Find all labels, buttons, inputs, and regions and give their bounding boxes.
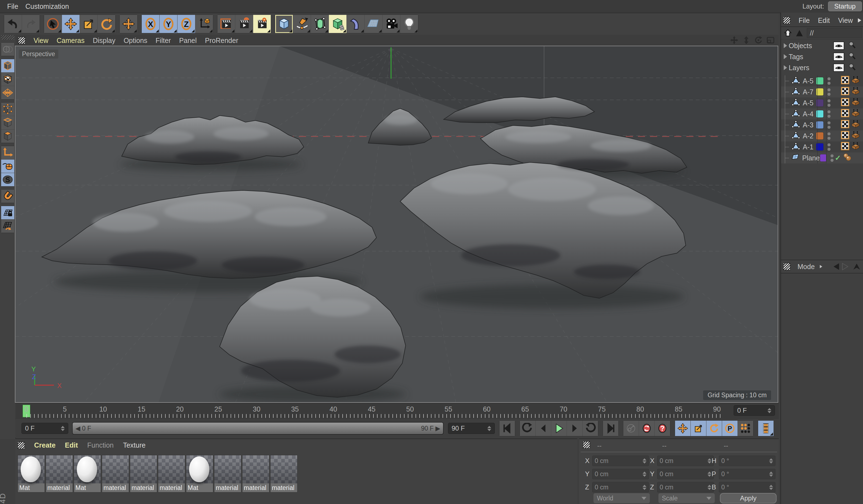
lock-y-axis-button[interactable]: Y bbox=[160, 15, 177, 33]
coord-stepper[interactable] bbox=[766, 471, 773, 477]
motion-system-button[interactable] bbox=[758, 421, 774, 436]
layer-color-swatch[interactable] bbox=[820, 154, 827, 162]
lock-z-axis-button[interactable]: Z bbox=[177, 15, 196, 33]
visibility-dots[interactable] bbox=[827, 88, 830, 96]
visibility-dots[interactable] bbox=[827, 132, 830, 140]
coord-field-position-y[interactable]: 0 cm bbox=[592, 469, 649, 479]
key-rotation-button[interactable] bbox=[706, 421, 722, 436]
autokey-button[interactable] bbox=[639, 421, 655, 436]
camera-label[interactable]: Perspective bbox=[19, 50, 58, 59]
object-name[interactable]: A-2 bbox=[803, 132, 813, 140]
search-icon[interactable] bbox=[848, 63, 856, 72]
texture-tag-icon[interactable] bbox=[841, 87, 849, 97]
texture-tag-icon[interactable] bbox=[841, 120, 849, 130]
material-menu-function[interactable]: Function bbox=[87, 441, 114, 449]
toggle-view-button[interactable] bbox=[766, 36, 775, 46]
coord-stepper[interactable] bbox=[705, 458, 711, 464]
uvw-tag-icon[interactable] bbox=[851, 98, 860, 108]
expand-arrow-icon[interactable] bbox=[784, 54, 787, 59]
material-item-0[interactable]: Mat bbox=[17, 455, 45, 492]
coord-stepper[interactable] bbox=[766, 485, 773, 490]
axis-mode-button[interactable] bbox=[1, 146, 14, 160]
coord-stepper[interactable] bbox=[705, 485, 711, 490]
visibility-dots[interactable] bbox=[830, 154, 834, 162]
material-menu-create[interactable]: Create bbox=[34, 441, 55, 449]
material-item-6[interactable]: Mat bbox=[186, 455, 213, 492]
coord-field-size-y[interactable]: 0 cm bbox=[657, 469, 714, 479]
key-position-button[interactable] bbox=[675, 421, 691, 436]
search-icon[interactable] bbox=[848, 52, 856, 61]
tweak-mode-button[interactable] bbox=[1, 160, 14, 173]
undo-button[interactable] bbox=[4, 15, 22, 33]
edges-mode-button[interactable] bbox=[1, 116, 14, 129]
planar-workplane-button[interactable] bbox=[1, 219, 14, 233]
material-item-4[interactable]: material bbox=[130, 455, 157, 492]
coord-field-rotation-p[interactable]: 0 ° bbox=[719, 469, 775, 479]
make-editable-button[interactable] bbox=[1, 43, 14, 56]
rotate-tool-button[interactable] bbox=[98, 15, 115, 33]
subdivision-surface-button[interactable] bbox=[311, 15, 329, 33]
coord-field-size-z[interactable]: 0 cm bbox=[657, 482, 714, 492]
object-manager-menu-file[interactable]: File bbox=[799, 16, 810, 25]
texture-tag-icon[interactable] bbox=[841, 98, 849, 108]
visibility-dots[interactable] bbox=[827, 110, 830, 118]
object-row-a-4[interactable]: A-4 bbox=[781, 109, 863, 119]
snap-mode-button[interactable]: S bbox=[1, 173, 14, 186]
attribute-manager-handle[interactable] bbox=[783, 263, 790, 270]
object-manager-menu-edit[interactable]: Edit bbox=[818, 16, 830, 25]
mode-label[interactable]: Mode bbox=[798, 263, 815, 271]
loop-forward-button[interactable] bbox=[583, 421, 598, 436]
key-scale-button[interactable] bbox=[691, 421, 706, 436]
rotate-view-button[interactable] bbox=[754, 36, 763, 46]
object-name[interactable]: A-1 bbox=[803, 143, 813, 151]
object-row-a-7[interactable]: A-7 bbox=[781, 86, 863, 97]
workplane-mode-button[interactable] bbox=[1, 86, 14, 99]
visibility-dots[interactable] bbox=[827, 99, 830, 107]
material-item-5[interactable]: material bbox=[158, 455, 185, 492]
phong-tag-icon[interactable] bbox=[843, 153, 851, 163]
viewport-menu-panel[interactable]: Panel bbox=[179, 37, 197, 45]
object-manager-handle[interactable] bbox=[783, 17, 790, 24]
object-row-a-2[interactable]: A-2 bbox=[781, 130, 863, 141]
layout-dropdown[interactable]: Startup bbox=[828, 1, 862, 11]
texture-mode-button[interactable] bbox=[1, 73, 14, 86]
history-back-icon[interactable] bbox=[831, 263, 841, 271]
object-name[interactable]: A-5 bbox=[803, 99, 813, 107]
coord-field-position-x[interactable]: 0 cm bbox=[592, 456, 649, 466]
coord-stepper[interactable] bbox=[640, 458, 647, 464]
lock-x-axis-button[interactable]: X bbox=[142, 15, 160, 33]
deformer-button[interactable] bbox=[347, 15, 365, 33]
preview-range-slider[interactable]: ◀ 0 F 90 F ▶ bbox=[72, 422, 443, 435]
uvw-tag-icon[interactable] bbox=[851, 87, 860, 97]
render-picture-viewer-button[interactable] bbox=[235, 15, 253, 33]
uvw-tag-icon[interactable] bbox=[851, 76, 860, 86]
timeline-ruler[interactable]: 051015202530354045505560657075808590 0 F bbox=[15, 403, 779, 419]
viewport-menu-filter[interactable]: Filter bbox=[155, 37, 171, 45]
viewport-menu-view[interactable]: View bbox=[34, 37, 48, 45]
apply-button[interactable]: Apply bbox=[720, 493, 777, 503]
render-settings-button[interactable] bbox=[253, 15, 271, 33]
uvw-tag-icon[interactable] bbox=[851, 109, 860, 119]
visibility-dots[interactable] bbox=[827, 143, 830, 151]
lock-workplane-button[interactable] bbox=[1, 206, 14, 219]
mode-menu-arrow-icon[interactable] bbox=[819, 264, 823, 269]
range-end-field[interactable]: 90 F bbox=[448, 423, 495, 434]
viewport-panel-handle[interactable] bbox=[18, 37, 25, 44]
model-mode-button[interactable] bbox=[1, 59, 14, 73]
search-icon[interactable] bbox=[848, 41, 856, 50]
texture-tag-icon[interactable] bbox=[841, 142, 849, 152]
generator-button[interactable] bbox=[329, 15, 347, 33]
scroll-up-icon[interactable] bbox=[852, 263, 861, 271]
menubar-item-customization[interactable]: Customization bbox=[25, 2, 69, 10]
enabled-check-icon[interactable]: ✓ bbox=[835, 154, 841, 162]
uvw-tag-icon[interactable] bbox=[851, 131, 860, 141]
object-row-plane[interactable]: Plane✓ bbox=[781, 152, 863, 163]
key-parameter-button[interactable]: P bbox=[722, 421, 738, 436]
coord-field-position-z[interactable]: 0 cm bbox=[592, 482, 649, 492]
uvw-tag-icon[interactable] bbox=[851, 120, 860, 130]
pen-spline-button[interactable] bbox=[293, 15, 311, 33]
coord-stepper[interactable] bbox=[705, 471, 711, 477]
key-pla-button[interactable] bbox=[738, 421, 753, 436]
current-frame-stepper[interactable] bbox=[765, 408, 771, 413]
viewport-menu-display[interactable]: Display bbox=[93, 37, 115, 45]
